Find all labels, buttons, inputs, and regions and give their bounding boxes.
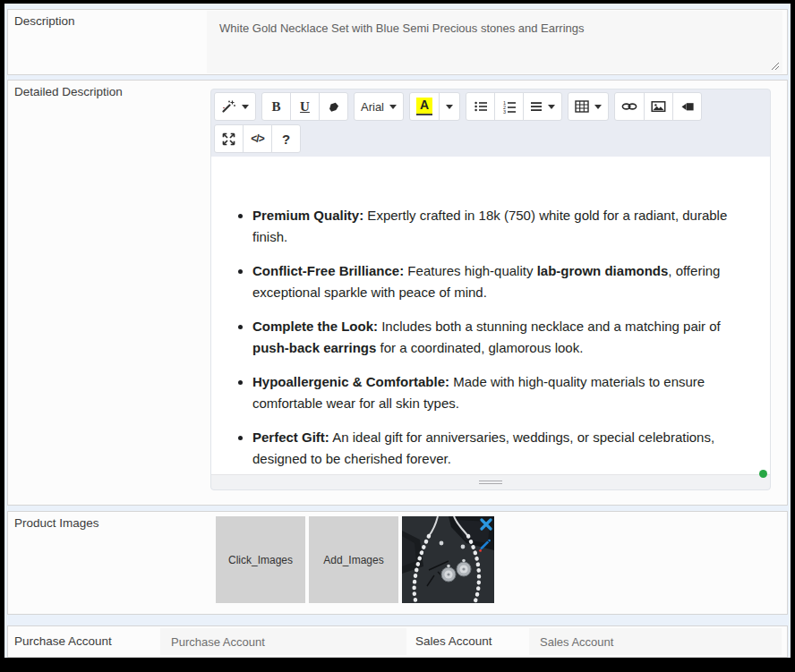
sales-account-input[interactable] — [529, 628, 782, 655]
rich-text-editor: B U — [210, 89, 771, 490]
font-family-group: Arial — [354, 92, 404, 121]
editor-resize-handle[interactable] — [479, 479, 502, 486]
bullet-item: Complete the Look: Includes both a stunn… — [252, 316, 747, 359]
editor-bullet-list: Premium Quality: Expertly crafted in 18k… — [233, 205, 747, 470]
delete-image-icon[interactable] — [480, 518, 492, 531]
code-icon: </> — [251, 132, 263, 145]
toolbar-row-2: </> ? — [214, 124, 770, 157]
link-icon — [621, 99, 637, 114]
style-group — [214, 92, 256, 121]
chevron-down-icon — [446, 105, 453, 109]
text-color-button[interactable]: A — [409, 92, 440, 121]
table-group — [568, 92, 609, 121]
detailed-description-row: Detailed Description — [7, 80, 788, 506]
description-row: Description White Gold Necklace Set with… — [7, 9, 788, 75]
svg-text:3: 3 — [503, 109, 506, 114]
chevron-down-icon — [548, 105, 555, 109]
numbered-list-icon: 1 2 3 — [502, 99, 517, 114]
font-color-icon: A — [416, 98, 432, 115]
font-family-label: Arial — [361, 100, 384, 114]
description-label: Description — [8, 10, 207, 74]
chevron-down-icon — [594, 105, 602, 109]
fullscreen-button[interactable] — [214, 124, 244, 153]
view-group: </> ? — [214, 124, 301, 153]
help-button[interactable]: ? — [271, 124, 301, 153]
editor-statusbar — [211, 474, 770, 489]
align-icon — [530, 100, 543, 113]
paragraph-align-dropdown-button[interactable] — [523, 92, 562, 121]
font-family-dropdown-button[interactable]: Arial — [354, 92, 404, 121]
ordered-list-button[interactable]: 1 2 3 — [494, 92, 524, 121]
bullet-item: Hypoallergenic & Comfortable: Made with … — [252, 371, 747, 414]
edit-image-icon[interactable] — [478, 538, 491, 552]
video-button[interactable] — [672, 92, 702, 121]
unordered-list-button[interactable] — [466, 92, 495, 121]
bullet-list-icon — [474, 99, 488, 114]
code-view-button[interactable]: </> — [243, 124, 272, 153]
bold-icon: B — [271, 99, 280, 115]
editor-toolbar: B U — [211, 89, 770, 157]
table-dropdown-button[interactable] — [568, 92, 609, 121]
thumbnails-strip: Click_Images Add_Images — [216, 516, 494, 614]
color-group: A — [409, 92, 460, 121]
text-color-dropdown-button[interactable] — [439, 92, 460, 121]
bold-button[interactable]: B — [261, 92, 291, 121]
window-frame: Description White Gold Necklace Set with… — [0, 0, 795, 672]
description-input[interactable]: White Gold Necklace Set with Blue Semi P… — [207, 11, 782, 73]
link-button[interactable] — [614, 92, 645, 121]
magic-style-dropdown-button[interactable] — [214, 92, 256, 121]
picture-icon — [651, 99, 666, 114]
help-icon: ? — [282, 132, 290, 147]
chevron-down-icon — [389, 105, 397, 109]
sales-account-label: Sales Account — [406, 626, 529, 657]
underline-icon: U — [300, 99, 310, 115]
purchase-account-input[interactable] — [160, 628, 406, 655]
fullscreen-icon — [222, 132, 235, 146]
editor-content[interactable]: Premium Quality: Expertly crafted in 18k… — [211, 157, 770, 474]
paragraph-group: 1 2 3 — [466, 92, 562, 121]
detailed-description-label: Detailed Description — [8, 81, 207, 505]
insert-group — [614, 92, 702, 121]
video-icon — [680, 99, 695, 114]
click-images-button[interactable]: Click_Images — [216, 516, 305, 603]
textarea-resize-handle-icon[interactable] — [771, 62, 780, 71]
product-image-thumbnail[interactable] — [402, 516, 494, 603]
product-form-page: Description White Gold Necklace Set with… — [4, 4, 791, 658]
underline-button[interactable]: U — [290, 92, 320, 121]
font-style-group: B U — [261, 92, 348, 121]
product-images-row: Product Images Click_Images Add_Images — [7, 511, 788, 615]
toolbar-row-1: B U — [214, 92, 770, 124]
table-icon — [575, 99, 589, 114]
autosave-indicator — [759, 470, 767, 478]
magic-wand-icon — [221, 99, 236, 114]
bullet-item: Premium Quality: Expertly crafted in 18k… — [252, 205, 747, 248]
description-field-wrap: White Gold Necklace Set with Blue Semi P… — [207, 11, 782, 73]
purchase-account-label: Purchase Account — [8, 626, 160, 657]
product-images-label: Product Images — [8, 512, 207, 614]
clear-format-button[interactable] — [319, 92, 348, 121]
accounts-row: Purchase Account Sales Account — [7, 625, 788, 658]
picture-button[interactable] — [644, 92, 673, 121]
bullet-item: Conflict-Free Brilliance: Features high-… — [252, 260, 747, 303]
chevron-down-icon — [242, 105, 249, 109]
eraser-icon — [327, 99, 341, 114]
add-images-button[interactable]: Add_Images — [309, 516, 398, 603]
bullet-item: Perfect Gift: An ideal gift for annivers… — [252, 427, 747, 470]
